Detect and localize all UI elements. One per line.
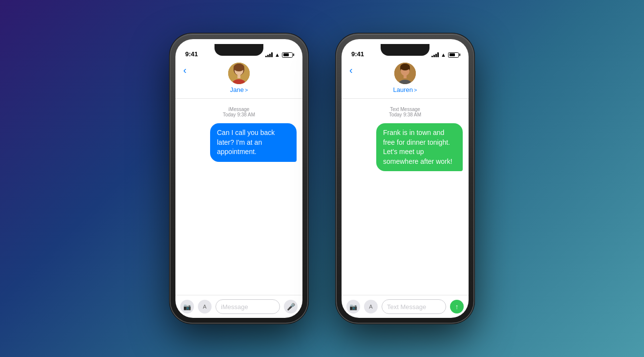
phone-1-time: 9:41	[185, 50, 198, 58]
phone-1-avatar[interactable]	[228, 63, 250, 84]
phone-1-back-button[interactable]: ‹	[183, 65, 187, 76]
phone-1-battery	[282, 52, 293, 58]
phone-1-status-icons: ▲	[265, 52, 293, 58]
phone-2-apps-button[interactable]: A	[364, 300, 378, 313]
phone-2-wifi-icon: ▲	[441, 52, 446, 58]
phone-1-timestamp: iMessage Today 9:38 AM	[181, 107, 297, 117]
phone-2-timestamp: Text Message Today 9:38 AM	[347, 107, 463, 117]
phone-1-messages-area: iMessage Today 9:38 AM Can I call you ba…	[175, 99, 302, 295]
phone-1-input-bar: 📷 A iMessage 🎤	[175, 295, 302, 318]
phone-1-contact-name[interactable]: Jane >	[230, 86, 248, 93]
phone-1-screen: 9:41 ▲ ‹	[175, 39, 302, 318]
phone-1-wifi-icon: ▲	[275, 52, 280, 58]
phone-2-status-icons: ▲	[431, 52, 459, 58]
phone-2-messages-area: Text Message Today 9:38 AM Frank is in t…	[342, 99, 469, 295]
phone-1-apps-button[interactable]: A	[198, 300, 212, 313]
svg-point-9	[400, 64, 410, 70]
phone-2-signal	[431, 52, 439, 57]
phone-2-battery	[448, 52, 459, 58]
phone-1-mic-button[interactable]: 🎤	[284, 300, 298, 313]
phone-2: 9:41 ▲ ‹	[337, 34, 473, 323]
phone-1-input-field[interactable]: iMessage	[215, 299, 280, 314]
phone-2-contact-name[interactable]: Lauren >	[393, 86, 417, 93]
svg-rect-11	[404, 75, 407, 78]
phone-1-notch	[215, 44, 263, 56]
phone-2-avatar[interactable]	[394, 63, 416, 84]
phone-1-message-bubble: Can I call you back later? I'm at an app…	[210, 123, 297, 162]
phone-2-send-button[interactable]: ↑	[450, 300, 464, 313]
svg-point-3	[234, 64, 244, 71]
phone-2-notch	[381, 44, 429, 56]
phone-2-screen: 9:41 ▲ ‹	[342, 39, 469, 318]
phone-2-back-button[interactable]: ‹	[349, 65, 353, 76]
phone-2-time: 9:41	[351, 50, 364, 58]
phone-1-signal	[265, 52, 273, 57]
phone-2-nav-header: ‹	[342, 61, 469, 99]
phone-2-message-bubble: Frank is in town and free for dinner ton…	[376, 123, 463, 171]
phone-2-contact-chevron: >	[414, 87, 417, 93]
phone-2-input-bar: 📷 A Text Message ↑	[342, 295, 469, 318]
phone-2-input-field[interactable]: Text Message	[382, 299, 446, 314]
phone-1-message-wrapper: Can I call you back later? I'm at an app…	[181, 123, 297, 162]
phone-1-camera-button[interactable]: 📷	[180, 300, 194, 313]
phone-1: 9:41 ▲ ‹	[171, 34, 307, 323]
phone-1-contact-chevron: >	[245, 87, 248, 93]
svg-rect-5	[237, 74, 240, 78]
phone-1-nav-header: ‹	[175, 61, 302, 99]
phone-2-camera-button[interactable]: 📷	[346, 300, 360, 313]
phone-2-message-wrapper: Frank is in town and free for dinner ton…	[347, 123, 463, 171]
